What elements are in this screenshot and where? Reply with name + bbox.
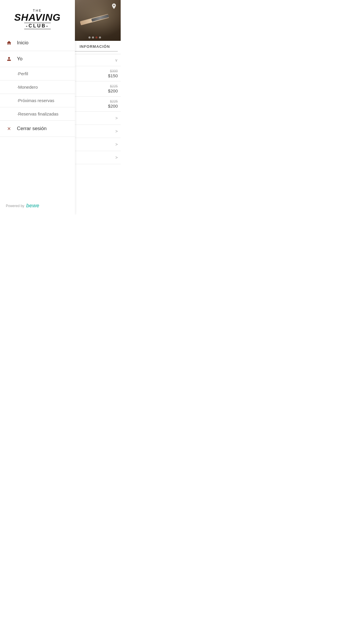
sidebar: THE Shaving -CLUB- Inicio Yo [0, 0, 75, 215]
inicio-label: Inicio [17, 40, 29, 46]
powered-by-footer: Powered by bewe [0, 197, 75, 215]
close-x-icon [6, 125, 12, 132]
sidebar-subitem-proximas-reservas[interactable]: ·Próximas reservas [0, 94, 75, 107]
house-icon [6, 40, 12, 46]
carousel-dots [88, 36, 101, 38]
info-title: INFORMACIÓN [72, 44, 118, 49]
logo-club: -CLUB- [24, 23, 51, 29]
perfil-label: ·Perfil [17, 71, 28, 76]
sidebar-item-inicio[interactable]: Inicio [0, 35, 75, 51]
dropdown-toggle[interactable]: ∨ [69, 54, 121, 66]
chevron-down-icon: ∨ [115, 58, 118, 62]
dot-1[interactable] [88, 36, 90, 38]
hero-image [69, 0, 121, 41]
price-current-1: $150 [108, 73, 118, 78]
price-original-1: $300 [110, 69, 118, 73]
sidebar-subitem-monedero[interactable]: ·Monedero [0, 80, 75, 94]
logo-shaving: Shaving [14, 12, 61, 22]
sidebar-item-yo[interactable]: Yo [0, 51, 75, 67]
chevron-row-1[interactable]: > [69, 112, 121, 125]
reservas-finalizadas-label: ·Reservas finalizadas [17, 111, 59, 116]
dot-3[interactable] [95, 36, 97, 38]
price-original-2: $225 [110, 84, 118, 88]
right-panel: INFORMACIÓN ∨ $300 $150 $225 $200 $225 $… [69, 0, 121, 215]
bewe-brand: bewe [26, 203, 39, 209]
chevron-row-2[interactable]: > [69, 125, 121, 138]
logo-area: THE Shaving -CLUB- [0, 0, 75, 35]
chevron-right-icon-4: > [115, 155, 118, 160]
chevron-right-icon-1: > [115, 116, 118, 120]
sidebar-subitem-reservas-finalizadas[interactable]: ·Reservas finalizadas [0, 107, 75, 121]
dot-2[interactable] [92, 36, 94, 38]
yo-label: Yo [17, 56, 22, 62]
price-row-2: $225 $200 [69, 81, 121, 97]
cerrar-sesion-label: Cerrar sesión [17, 126, 47, 132]
razor-decoration [75, 7, 114, 33]
price-current-2: $200 [108, 88, 118, 93]
location-pin-icon[interactable] [111, 3, 117, 12]
info-divider [72, 51, 118, 52]
dot-4[interactable] [99, 36, 101, 38]
person-icon [6, 56, 12, 62]
monedero-label: ·Monedero [17, 85, 38, 90]
app-container: THE Shaving -CLUB- Inicio Yo [0, 0, 121, 215]
chevron-right-icon-2: > [115, 129, 118, 134]
chevron-row-4[interactable]: > [69, 151, 121, 164]
price-row-3: $225 $200 [69, 97, 121, 112]
chevron-right-icon-3: > [115, 142, 118, 147]
price-original-3: $225 [110, 99, 118, 104]
powered-text: Powered by [6, 204, 24, 208]
proximas-reservas-label: ·Próximas reservas [17, 98, 54, 103]
cerrar-sesion-item[interactable]: Cerrar sesión [0, 121, 75, 137]
sidebar-subitem-perfil[interactable]: ·Perfil [0, 67, 75, 80]
chevron-row-3[interactable]: > [69, 138, 121, 151]
logo: THE Shaving -CLUB- [14, 9, 61, 29]
info-section: INFORMACIÓN [69, 41, 121, 54]
price-row-1: $300 $150 [69, 66, 121, 81]
price-current-3: $200 [108, 104, 118, 108]
